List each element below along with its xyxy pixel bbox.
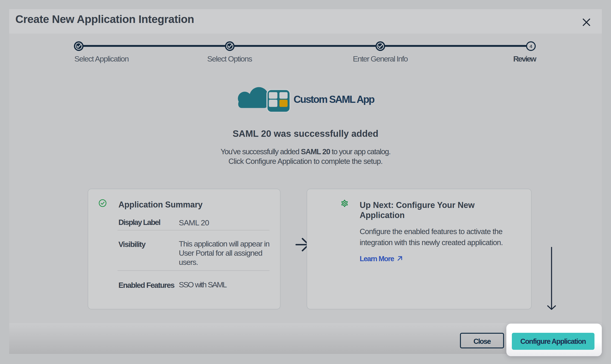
svg-text:4: 4 [530,43,532,49]
